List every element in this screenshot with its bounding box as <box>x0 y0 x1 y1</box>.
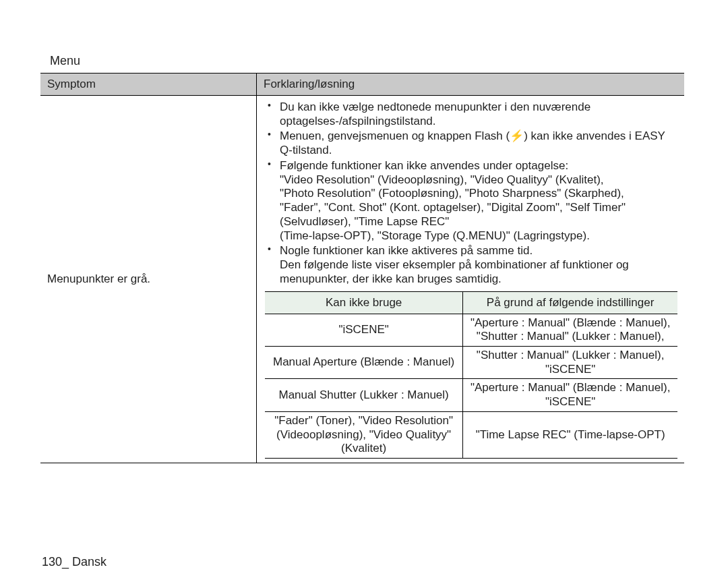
sub-line: "Photo Resolution" (Fotoopløsning), "Pho… <box>280 187 677 201</box>
cell-cannot: "Fader" (Toner), "Video Resolution" (Vid… <box>265 411 463 458</box>
table-row: Manual Shutter (Lukker : Manuel) "Apertu… <box>265 379 677 411</box>
bullet-text: Nogle funktioner kan ikke aktiveres på s… <box>280 244 533 257</box>
bullet-text: Menuen, genvejsmenuen og knappen Flash ( <box>280 129 510 142</box>
sub-line: "Video Resolution" (Videoopløsning), "Vi… <box>280 173 677 187</box>
list-item: Du kan ikke vælge nedtonede menupunkter … <box>280 100 677 129</box>
cell-because: "Aperture : Manual" (Blænde : Manuel), "… <box>463 379 677 411</box>
cell-cannot: "iSCENE" <box>265 314 463 346</box>
col-header-explanation: Forklaring/løsning <box>257 74 685 96</box>
table-row: "Fader" (Toner), "Video Resolution" (Vid… <box>265 411 677 458</box>
table-row: Menupunkter er grå. Du kan ikke vælge ne… <box>40 96 684 463</box>
symptom-cell: Menupunkter er grå. <box>40 96 257 463</box>
troubleshooting-table: Symptom Forklaring/løsning Menupunkter e… <box>40 73 684 463</box>
cell-because: "Shutter : Manual" (Lukker : Manuel), "i… <box>463 347 677 379</box>
list-item: Følgende funktioner kan ikke anvendes un… <box>280 158 677 243</box>
bullet-text: Følgende funktioner kan ikke anvendes un… <box>280 159 568 172</box>
section-title: Menu <box>50 54 80 68</box>
cell-because: "Time Lapse REC" (Time-lapse-OPT) <box>463 411 677 458</box>
list-item: Nogle funktioner kan ikke aktiveres på s… <box>280 243 677 287</box>
table-row: Manual Aperture (Blænde : Manuel) "Shutt… <box>265 347 677 379</box>
table-row: "iSCENE" "Aperture : Manual" (Blænde : M… <box>265 314 677 346</box>
flash-icon: ⚡ <box>510 129 524 144</box>
inner-table: Kan ikke bruge På grund af følgende inds… <box>265 291 677 459</box>
cell-because: "Aperture : Manual" (Blænde : Manuel), "… <box>463 314 677 346</box>
col-header-symptom: Symptom <box>40 74 257 96</box>
list-item: Menuen, genvejsmenuen og knappen Flash (… <box>280 129 677 158</box>
bullet-list: Du kan ikke vælge nedtonede menupunkter … <box>265 100 677 287</box>
sub-line: "Fader", "Cont. Shot" (Kont. optagelser)… <box>280 201 677 229</box>
cell-cannot: Manual Shutter (Lukker : Manuel) <box>265 379 463 411</box>
sub-line: (Time-lapse-OPT), "Storage Type (Q.MENU)… <box>280 229 677 243</box>
inner-col-cannot-use: Kan ikke bruge <box>265 291 463 314</box>
page: Menu Symptom Forklaring/løsning Menupunk… <box>0 0 728 584</box>
explanation-cell: Du kan ikke vælge nedtonede menupunkter … <box>257 96 685 463</box>
inner-col-because: På grund af følgende indstillinger <box>463 291 677 314</box>
bullet-text: Du kan ikke vælge nedtonede menupunkter … <box>280 100 590 127</box>
page-footer: 130_ Dansk <box>42 555 107 569</box>
cell-cannot: Manual Aperture (Blænde : Manuel) <box>265 347 463 379</box>
sub-line: Den følgende liste viser eksempler på ko… <box>280 258 677 286</box>
